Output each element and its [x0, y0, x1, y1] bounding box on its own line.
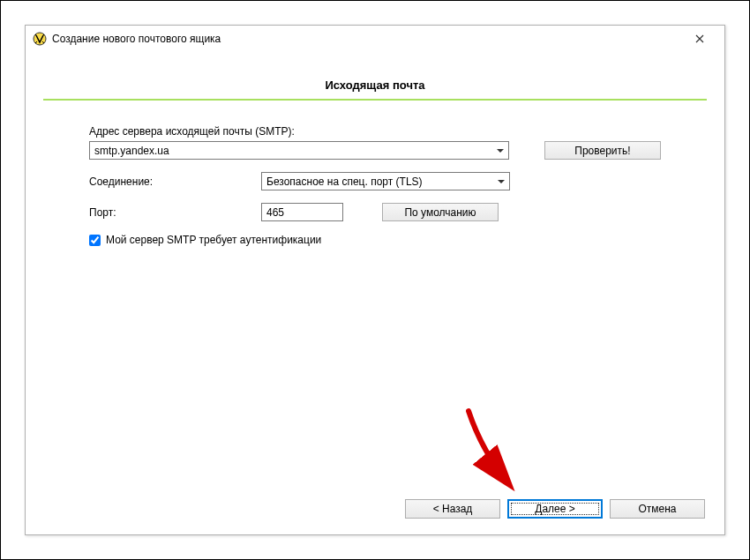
form: Адрес сервера исходящей почты (SMTP): sm…	[43, 125, 707, 246]
chevron-down-icon	[492, 142, 508, 159]
panel-heading: Исходящая почта	[43, 68, 707, 99]
button-bar: < Назад Далее > Отмена	[405, 499, 705, 519]
default-port-button[interactable]: По умолчанию	[382, 203, 499, 221]
cancel-button[interactable]: Отмена	[610, 499, 705, 519]
titlebar: Создание нового почтового ящика	[26, 26, 724, 52]
window-title: Создание нового почтового ящика	[52, 33, 682, 45]
close-button[interactable]	[682, 26, 717, 51]
port-label: Порт:	[89, 206, 261, 219]
connection-combobox[interactable]: Безопасное на спец. порт (TLS)	[261, 172, 510, 190]
app-icon	[33, 32, 47, 46]
chevron-down-icon	[493, 173, 509, 190]
back-button[interactable]: < Назад	[405, 499, 500, 519]
divider	[43, 99, 707, 101]
server-combobox[interactable]: smtp.yandex.ua	[89, 141, 509, 160]
auth-checkbox-label: Мой сервер SMTP требует аутентификации	[106, 234, 321, 246]
connection-value: Безопасное на спец. порт (TLS)	[266, 175, 423, 188]
annotation-arrow	[455, 402, 535, 499]
server-label: Адрес сервера исходящей почты (SMTP):	[89, 125, 661, 138]
port-input[interactable]	[261, 203, 343, 221]
check-button[interactable]: Проверить!	[544, 141, 661, 160]
next-button[interactable]: Далее >	[507, 499, 603, 519]
auth-checkbox[interactable]	[89, 235, 101, 246]
content-area: Исходящая почта Адрес сервера исходящей …	[26, 52, 724, 534]
connection-label: Соединение:	[89, 175, 261, 188]
server-value: smtp.yandex.ua	[94, 145, 169, 157]
dialog-window: Создание нового почтового ящика Исходяща…	[25, 25, 725, 535]
